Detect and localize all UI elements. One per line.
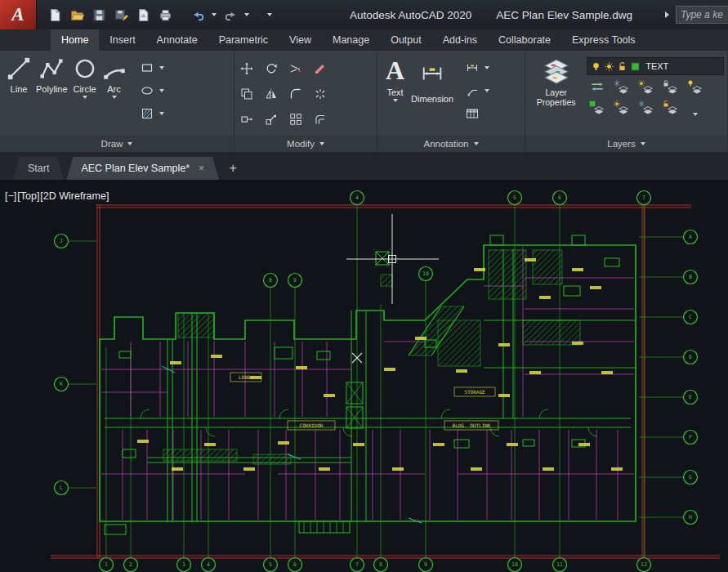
- offset-button[interactable]: [311, 110, 329, 128]
- viewport-visual-style-control[interactable]: [2D Wireframe]: [40, 190, 109, 202]
- svg-text:8: 8: [269, 277, 272, 284]
- crosshair-cursor: [346, 214, 439, 304]
- tab-view[interactable]: View: [279, 29, 322, 51]
- svg-text:4: 4: [355, 194, 359, 201]
- svg-text:H: H: [689, 514, 692, 521]
- copy-button[interactable]: [238, 85, 256, 103]
- table-button[interactable]: [463, 105, 481, 123]
- file-tab-bar: Start AEC Plan Elev Sample* × +: [0, 152, 728, 180]
- layer-isolate-button[interactable]: [613, 100, 631, 116]
- viewport-minimize-control[interactable]: [−]: [5, 190, 16, 202]
- model-space[interactable]: [−] [Top] [2D Wireframe] LOBBYCORRIDORST…: [0, 180, 728, 572]
- qat-customize-button[interactable]: [264, 5, 275, 25]
- svg-text:3: 3: [182, 561, 185, 568]
- tab-add-ins[interactable]: Add-ins: [432, 29, 488, 51]
- chevron-down-icon[interactable]: [159, 112, 164, 115]
- tab-manage[interactable]: Manage: [322, 29, 380, 51]
- tab-collaborate[interactable]: Collaborate: [488, 29, 561, 51]
- scale-button[interactable]: [262, 110, 280, 128]
- drawing-canvas[interactable]: LOBBYCORRIDORSTORAGEBLDG. OUTLINE4567891…: [0, 180, 728, 572]
- tab-parametric[interactable]: Parametric: [208, 29, 279, 51]
- undo-dropdown-caret[interactable]: [210, 5, 218, 25]
- open-button[interactable]: [67, 5, 87, 25]
- plot-button[interactable]: [155, 5, 175, 25]
- rotate-button[interactable]: [262, 60, 280, 78]
- publish-button[interactable]: [133, 5, 153, 25]
- move-button[interactable]: [238, 60, 256, 78]
- linear-dimension-button[interactable]: [463, 59, 481, 77]
- new-drawing-tab-button[interactable]: +: [221, 157, 244, 180]
- chevron-down-icon[interactable]: [159, 89, 164, 92]
- text-tool-icon: A: [386, 56, 404, 84]
- ellipse-tool-button[interactable]: [138, 82, 156, 100]
- layer-thaw-button[interactable]: [637, 79, 655, 96]
- redo-dropdown-caret[interactable]: [243, 5, 251, 25]
- svg-text:7: 7: [355, 561, 359, 568]
- layer-tools-menu[interactable]: [686, 100, 704, 116]
- viewport-view-control[interactable]: [Top]: [17, 190, 39, 202]
- svg-text:8: 8: [379, 561, 382, 568]
- file-tab-start[interactable]: Start: [13, 157, 64, 180]
- tab-output[interactable]: Output: [380, 29, 432, 51]
- trim-button[interactable]: [287, 60, 305, 78]
- circle-tool-button[interactable]: Circle: [73, 51, 97, 135]
- chevron-down-icon: [693, 113, 698, 116]
- tab-express-tools[interactable]: Express Tools: [561, 29, 646, 51]
- text-tool-button[interactable]: A Text: [386, 51, 404, 135]
- chevron-down-icon[interactable]: [485, 89, 489, 92]
- tab-annotate[interactable]: Annotate: [146, 29, 208, 51]
- new-file-button[interactable]: [45, 5, 65, 25]
- search-area: [665, 0, 728, 29]
- layer-match-button[interactable]: [588, 79, 606, 96]
- chevron-down-icon: [641, 142, 645, 145]
- save-as-button[interactable]: [111, 5, 131, 25]
- partition-walls: [101, 247, 634, 520]
- svg-text:G: G: [689, 474, 692, 480]
- mirror-button[interactable]: [262, 85, 280, 103]
- search-input[interactable]: [676, 6, 728, 24]
- stretch-button[interactable]: [238, 110, 256, 128]
- arc-tool-button[interactable]: Arc: [102, 51, 127, 135]
- tab-home[interactable]: Home: [51, 29, 99, 51]
- polyline-tool-button[interactable]: Polyline: [36, 51, 68, 135]
- modify-panel: Modify: [234, 51, 377, 152]
- draw-panel-label[interactable]: Draw: [0, 135, 234, 152]
- save-button[interactable]: [89, 5, 109, 25]
- line-tool-button[interactable]: Line: [7, 51, 31, 135]
- explode-button[interactable]: [311, 85, 329, 103]
- autocad-logo[interactable]: A: [0, 0, 37, 29]
- layer-dropdown[interactable]: TEXT: [587, 57, 724, 75]
- tab-insert[interactable]: Insert: [99, 29, 145, 51]
- redo-button[interactable]: [221, 5, 240, 25]
- close-icon[interactable]: ×: [199, 163, 204, 174]
- file-tab-document[interactable]: AEC Plan Elev Sample* ×: [66, 157, 219, 180]
- hatched-areas: [163, 250, 580, 464]
- layer-thaw-sun-icon: [604, 61, 614, 72]
- chevron-down-icon: [212, 13, 217, 16]
- layer-off-button[interactable]: [686, 79, 704, 96]
- chevron-down-icon[interactable]: [159, 66, 164, 69]
- undo-button[interactable]: [188, 5, 208, 25]
- fillet-button[interactable]: [287, 85, 305, 103]
- svg-text:10: 10: [422, 270, 429, 277]
- layer-lock-button[interactable]: [662, 79, 680, 96]
- layer-freeze-button[interactable]: [613, 79, 631, 96]
- modify-panel-label[interactable]: Modify: [234, 135, 377, 152]
- rectangle-tool-button[interactable]: [138, 59, 156, 77]
- search-flyout-arrow-icon[interactable]: [665, 11, 669, 18]
- svg-text:D: D: [689, 354, 692, 360]
- layers-panel-label[interactable]: Layers: [525, 135, 727, 152]
- erase-button[interactable]: [311, 60, 329, 78]
- dimension-tool-button[interactable]: Dimension: [411, 51, 453, 135]
- layer-make-current-button[interactable]: [588, 100, 606, 116]
- chevron-down-icon: [112, 96, 117, 99]
- svg-text:9: 9: [424, 561, 427, 568]
- array-button[interactable]: [287, 110, 305, 128]
- hatch-tool-button[interactable]: [138, 105, 156, 123]
- layer-properties-button[interactable]: Layer Properties: [530, 54, 582, 116]
- layer-unisolate-button[interactable]: [637, 100, 655, 116]
- layer-unlock-button[interactable]: [662, 100, 680, 116]
- multileader-button[interactable]: [463, 82, 481, 100]
- annotation-panel-label[interactable]: Annotation: [377, 135, 525, 152]
- chevron-down-icon[interactable]: [485, 66, 489, 69]
